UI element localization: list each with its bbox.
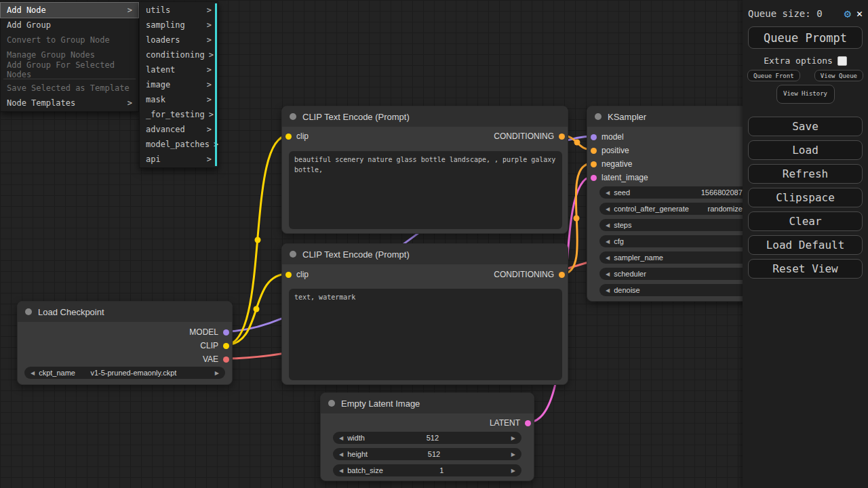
- collapse-dot-icon[interactable]: [25, 308, 32, 315]
- graph-canvas[interactable]: CLIP Text Encode (Prompt) clip CONDITION…: [0, 0, 868, 488]
- slot-dot-latent-icon[interactable]: [525, 420, 531, 426]
- widget-steps[interactable]: ◀ steps: [599, 219, 757, 231]
- submenu-scrollbar[interactable]: [215, 3, 217, 166]
- decrement-arrow-icon[interactable]: ◀: [606, 287, 610, 293]
- slot-dot-conditioning-icon[interactable]: [591, 161, 597, 167]
- slot-dot-latent-icon[interactable]: [591, 175, 597, 181]
- slot-dot-conditioning-icon[interactable]: [559, 272, 565, 278]
- next-arrow-icon[interactable]: ▶: [215, 370, 219, 376]
- increment-arrow-icon[interactable]: ▶: [511, 451, 515, 458]
- slot-dot-conditioning-icon[interactable]: [591, 148, 597, 154]
- queue-prompt-button[interactable]: Queue Prompt: [748, 26, 863, 49]
- input-slot-model[interactable]: model: [591, 131, 624, 142]
- decrement-arrow-icon[interactable]: ◀: [606, 206, 610, 212]
- clipspace-button[interactable]: Clipspace: [748, 188, 863, 207]
- slot-dot-conditioning-icon[interactable]: [559, 134, 565, 140]
- submenu-item-advanced[interactable]: advanced >: [140, 122, 218, 137]
- settings-gear-icon[interactable]: ⚙: [844, 7, 851, 20]
- decrement-arrow-icon[interactable]: ◀: [606, 222, 610, 228]
- node-empty-latent-image[interactable]: Empty Latent Image LATENT ◀ width 512 ▶ …: [320, 392, 534, 481]
- decrement-arrow-icon[interactable]: ◀: [339, 451, 343, 458]
- node-load-checkpoint[interactable]: Load Checkpoint MODEL CLIP VAE ◀ ckpt_na…: [17, 301, 233, 385]
- decrement-arrow-icon[interactable]: ◀: [339, 468, 343, 474]
- submenu-item-for-testing[interactable]: _for_testing >: [140, 107, 218, 122]
- widget-scheduler[interactable]: ◀ scheduler: [599, 268, 757, 280]
- submenu-arrow-icon: >: [207, 65, 212, 75]
- refresh-button[interactable]: Refresh: [748, 164, 863, 184]
- collapse-dot-icon[interactable]: [595, 113, 601, 120]
- prompt-textarea[interactable]: beautiful scenery nature glass bottle la…: [289, 151, 562, 229]
- input-slot-positive[interactable]: positive: [591, 145, 629, 156]
- node-title-bar[interactable]: CLIP Text Encode (Prompt): [282, 106, 568, 127]
- output-slot-model[interactable]: MODEL: [189, 327, 229, 338]
- menu-item-add-group[interactable]: Add Group: [1, 18, 138, 33]
- increment-arrow-icon[interactable]: ▶: [511, 435, 515, 441]
- submenu-item-api[interactable]: api >: [140, 152, 218, 167]
- submenu-item-mask[interactable]: mask >: [140, 92, 218, 107]
- input-slot-clip[interactable]: clip: [285, 131, 309, 142]
- slot-dot-clip-icon[interactable]: [285, 134, 292, 140]
- input-slot-latent-image[interactable]: latent_image: [591, 172, 648, 183]
- close-icon[interactable]: ✕: [856, 7, 863, 20]
- node-title-bar[interactable]: CLIP Text Encode (Prompt): [282, 244, 568, 264]
- node-clip-text-encode-negative[interactable]: CLIP Text Encode (Prompt) clip CONDITION…: [281, 243, 568, 385]
- widget-denoise[interactable]: ◀ denoise: [599, 284, 757, 296]
- decrement-arrow-icon[interactable]: ◀: [339, 435, 343, 441]
- submenu-item-sampling[interactable]: sampling >: [140, 18, 218, 33]
- decrement-arrow-icon[interactable]: ◀: [606, 255, 610, 261]
- queue-front-button[interactable]: Queue Front: [747, 70, 800, 81]
- slot-dot-clip-icon[interactable]: [285, 272, 292, 278]
- prompt-textarea[interactable]: text, watermark: [289, 289, 562, 380]
- decrement-arrow-icon[interactable]: ◀: [606, 239, 610, 245]
- submenu-item-model-patches[interactable]: model_patches >: [140, 137, 218, 152]
- submenu-item-latent[interactable]: latent >: [140, 62, 218, 77]
- extra-options-checkbox[interactable]: [837, 56, 847, 66]
- collapse-dot-icon[interactable]: [328, 400, 335, 407]
- node-clip-text-encode-positive[interactable]: CLIP Text Encode (Prompt) clip CONDITION…: [281, 106, 568, 234]
- clear-button[interactable]: Clear: [748, 211, 863, 231]
- widget-width[interactable]: ◀ width 512 ▶: [333, 432, 521, 444]
- submenu-item-loaders[interactable]: loaders >: [140, 33, 218, 47]
- decrement-arrow-icon[interactable]: ◀: [606, 190, 610, 196]
- submenu-arrow-icon: >: [207, 80, 212, 89]
- widget-height[interactable]: ◀ height 512 ▶: [333, 448, 521, 460]
- output-slot-clip[interactable]: CLIP: [200, 340, 229, 351]
- slot-dot-vae-icon[interactable]: [223, 357, 229, 363]
- output-slot-vae[interactable]: VAE: [203, 354, 229, 365]
- node-title-bar[interactable]: Empty Latent Image: [321, 393, 534, 413]
- submenu-arrow-icon: >: [207, 35, 212, 45]
- previous-arrow-icon[interactable]: ◀: [31, 370, 35, 376]
- submenu-item-utils[interactable]: utils >: [140, 3, 218, 18]
- view-queue-button[interactable]: View Queue: [814, 70, 863, 81]
- menu-item-add-node[interactable]: Add Node >: [1, 3, 138, 18]
- reset-view-button[interactable]: Reset View: [748, 259, 863, 279]
- widget-sampler-name[interactable]: ◀ sampler_name: [599, 251, 757, 264]
- view-history-button[interactable]: View History: [776, 85, 835, 104]
- widget-control-after-generate[interactable]: ◀ control_after_generate randomize ▶: [599, 203, 757, 215]
- output-slot-latent[interactable]: LATENT: [490, 418, 531, 428]
- load-default-button[interactable]: Load Default: [748, 235, 863, 255]
- output-slot-conditioning[interactable]: CONDITIONING: [494, 131, 565, 142]
- widget-seed[interactable]: ◀ seed 1566802087 ▶: [599, 186, 757, 199]
- submenu-item-image[interactable]: image >: [140, 77, 218, 92]
- slot-dot-model-icon[interactable]: [223, 329, 229, 336]
- save-button[interactable]: Save: [748, 117, 863, 136]
- node-title-bar[interactable]: Load Checkpoint: [18, 302, 232, 322]
- slot-dot-clip-icon[interactable]: [223, 343, 229, 349]
- menu-item-node-templates[interactable]: Node Templates >: [1, 96, 138, 110]
- add-node-submenu: utils > sampling > loaders > conditionin…: [139, 1, 218, 168]
- increment-arrow-icon[interactable]: ▶: [511, 468, 515, 474]
- load-button[interactable]: Load: [748, 140, 863, 160]
- input-slot-negative[interactable]: negative: [591, 159, 632, 169]
- node-title-bar[interactable]: KSampler: [587, 106, 769, 127]
- slot-dot-model-icon[interactable]: [591, 134, 597, 140]
- input-slot-clip[interactable]: clip: [285, 269, 309, 280]
- collapse-dot-icon[interactable]: [290, 113, 296, 120]
- output-slot-conditioning[interactable]: CONDITIONING: [494, 269, 565, 280]
- widget-batch-size[interactable]: ◀ batch_size 1 ▶: [333, 464, 521, 476]
- submenu-item-conditioning[interactable]: conditioning >: [140, 47, 218, 62]
- decrement-arrow-icon[interactable]: ◀: [606, 271, 610, 277]
- collapse-dot-icon[interactable]: [290, 251, 296, 258]
- widget-cfg[interactable]: ◀ cfg: [599, 235, 757, 247]
- widget-ckpt-name[interactable]: ◀ ckpt_name v1-5-pruned-emaonly.ckpt ▶: [24, 367, 225, 379]
